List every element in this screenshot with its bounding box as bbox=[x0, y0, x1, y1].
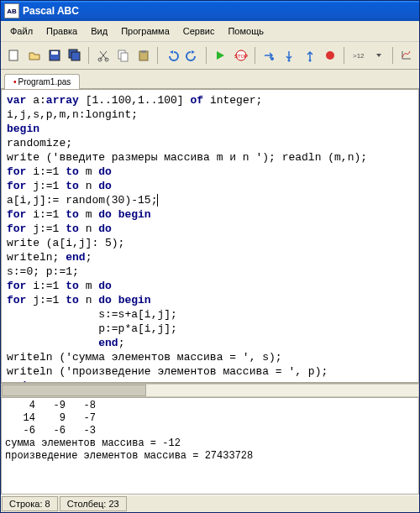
menubar: Файл Правка Вид Программа Сервис Помощь bbox=[1, 21, 419, 42]
copy-icon[interactable] bbox=[114, 45, 133, 65]
code-content[interactable]: var a:array [1..100,1..100] of integer; … bbox=[2, 90, 418, 383]
app-window: AB Pascal ABC Файл Правка Вид Программа … bbox=[0, 0, 420, 513]
toolbar-sep bbox=[157, 47, 158, 64]
tab-program1[interactable]: •Program1.pas bbox=[4, 74, 80, 89]
redo-icon[interactable] bbox=[183, 45, 202, 65]
svg-rect-4 bbox=[71, 52, 80, 60]
paste-icon[interactable] bbox=[134, 45, 153, 65]
output-panel[interactable]: 4 -9 -8 14 9 -7 -6 -6 -3 сумма элементов… bbox=[1, 397, 419, 495]
menu-file[interactable]: Файл bbox=[4, 24, 39, 38]
svg-point-14 bbox=[288, 60, 291, 62]
menu-edit[interactable]: Правка bbox=[40, 24, 83, 38]
svg-text:STOP: STOP bbox=[234, 54, 248, 59]
stepout-icon[interactable] bbox=[300, 45, 318, 65]
saveall-icon[interactable] bbox=[66, 45, 84, 65]
breakpoint-icon[interactable] bbox=[321, 45, 339, 65]
svg-rect-0 bbox=[9, 50, 18, 60]
plot-icon[interactable] bbox=[397, 45, 416, 65]
watch-icon[interactable]: >123 bbox=[349, 45, 367, 65]
scrollbar-thumb[interactable] bbox=[2, 385, 146, 396]
code-editor[interactable]: var a:array [1..100,1..100] of integer; … bbox=[1, 89, 419, 383]
svg-point-15 bbox=[308, 60, 311, 62]
tabbar: •Program1.pas bbox=[1, 70, 419, 89]
app-title: Pascal ABC bbox=[23, 5, 79, 17]
svg-point-16 bbox=[326, 51, 334, 60]
svg-text:>123: >123 bbox=[353, 52, 365, 60]
svg-point-13 bbox=[270, 57, 274, 60]
toolbar-sep bbox=[206, 47, 207, 64]
stepinto-icon[interactable] bbox=[280, 45, 298, 65]
modified-dot-icon: • bbox=[13, 77, 17, 86]
menu-service[interactable]: Сервис bbox=[177, 24, 221, 38]
status-line: Строка: 8 bbox=[2, 496, 58, 511]
svg-rect-10 bbox=[141, 50, 146, 53]
toolbar-sep bbox=[255, 47, 255, 64]
statusbar: Строка: 8 Столбец: 23 bbox=[1, 495, 419, 512]
tab-label: Program1.pas bbox=[18, 77, 71, 86]
menu-program[interactable]: Программа bbox=[115, 24, 176, 38]
toolbar-sep bbox=[392, 47, 393, 64]
open-icon[interactable] bbox=[24, 45, 43, 65]
cut-icon[interactable] bbox=[93, 45, 112, 65]
stop-icon[interactable]: STOP bbox=[231, 45, 249, 65]
scrollbar-track[interactable] bbox=[1, 384, 419, 397]
toolbar-sep bbox=[344, 47, 344, 64]
menu-help[interactable]: Помощь bbox=[222, 24, 270, 38]
svg-rect-8 bbox=[121, 53, 128, 61]
editor-hscrollbar[interactable] bbox=[1, 383, 419, 397]
dropdown-icon[interactable] bbox=[369, 45, 387, 65]
toolbar-sep bbox=[88, 47, 89, 64]
menu-view[interactable]: Вид bbox=[85, 24, 113, 38]
app-icon: AB bbox=[4, 3, 19, 18]
undo-icon[interactable] bbox=[162, 45, 181, 65]
svg-rect-2 bbox=[51, 51, 58, 55]
run-icon[interactable] bbox=[211, 45, 229, 65]
save-icon[interactable] bbox=[45, 45, 64, 65]
new-icon[interactable] bbox=[4, 45, 23, 65]
titlebar[interactable]: AB Pascal ABC bbox=[1, 1, 419, 21]
stepover-icon[interactable] bbox=[260, 45, 278, 65]
status-col: Столбец: 23 bbox=[60, 496, 127, 511]
toolbar: STOP >123 bbox=[1, 42, 419, 70]
